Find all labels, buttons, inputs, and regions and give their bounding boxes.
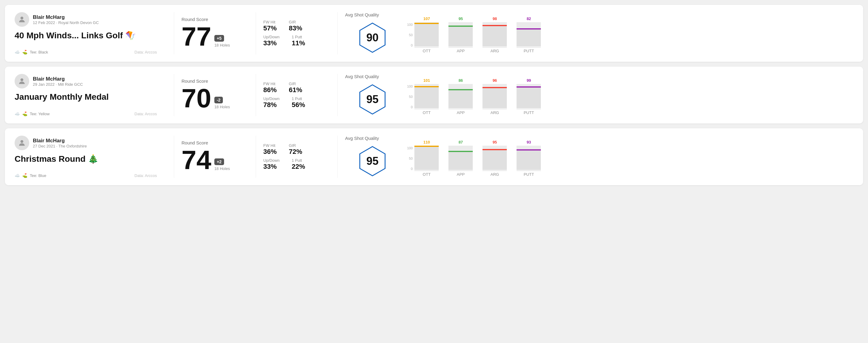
bar-fill-ott (414, 146, 439, 170)
axis-line (517, 47, 541, 48)
bar-line-putt (517, 28, 541, 30)
stat-updown-1: Up/Down 78% (263, 96, 279, 109)
stat-oneputt-2: 1 Putt 22% (291, 158, 305, 170)
weather-icon-1: ☁️ (14, 111, 20, 116)
score-badge-0: +5 (214, 35, 224, 42)
stat-fw-hit-label-1: FW Hit (263, 82, 277, 86)
axis-line (517, 109, 541, 109)
bar-label-putt: PUTT (524, 111, 534, 115)
score-badge-1: -2 (214, 97, 223, 103)
stat-fw-hit-label-0: FW Hit (263, 20, 277, 24)
y-label-50: 50 (409, 33, 412, 37)
score-number-2: 74 (182, 147, 211, 173)
bar-track-app (448, 22, 473, 46)
y-label-50: 50 (409, 157, 412, 160)
bar-fill-putt (517, 28, 541, 46)
bar-group-arg: 96 ARG (483, 78, 507, 115)
bar-track-arg (483, 146, 507, 170)
user-name-0: Blair McHarg (33, 14, 99, 20)
bar-label-putt: PUTT (524, 172, 534, 177)
round-title-1: January Monthly Medal (14, 92, 157, 102)
bar-fill-putt (517, 86, 541, 108)
stat-updown-label-1: Up/Down (263, 96, 279, 101)
left-section-1: Blair McHarg 29 Jan 2022 · Mill Ride GCC… (14, 74, 166, 116)
user-meta-0: 12 Feb 2022 · Royal North Devon GC (33, 20, 99, 25)
bar-line-ott (414, 86, 439, 87)
axis-line (414, 47, 439, 48)
axis-line (483, 47, 507, 48)
bar-value-putt: 93 (527, 140, 531, 145)
stats-row-bottom-2: Up/Down 33% 1 Putt 22% (263, 158, 330, 170)
score-section-2: Round Score 74 +2 18 Holes (182, 136, 248, 178)
bar-fill-app (448, 26, 473, 46)
bar-track-arg (483, 84, 507, 108)
bar-value-putt: 82 (527, 17, 531, 21)
bar-track-putt (517, 146, 541, 170)
bar-track-ott (414, 84, 439, 108)
axis-line (448, 170, 473, 171)
y-label-50: 50 (409, 95, 412, 98)
stat-fw-hit-value-1: 86% (263, 86, 277, 94)
bottom-row-1: ☁️ ⛳ Tee: Yellow Data: Arccos (14, 111, 157, 116)
chart-section-1: 100 50 0 101 OTT 86 (400, 74, 854, 116)
quality-section-2: Avg Shot Quality 95 (345, 136, 400, 178)
bar-line-ott (414, 23, 439, 24)
score-badge-area-0: +5 18 Holes (214, 35, 230, 50)
round-card-1: Blair McHarg 29 Jan 2022 · Mill Ride GCC… (5, 67, 863, 123)
bar-line-putt (517, 86, 541, 88)
bar-fill-app (448, 151, 473, 170)
user-meta-1: 29 Jan 2022 · Mill Ride GCC (33, 82, 83, 87)
quality-label-0: Avg Shot Quality (345, 12, 379, 17)
bar-value-app: 87 (459, 140, 463, 145)
tee-label-1: Tee: Yellow (30, 112, 50, 116)
stat-updown-label-2: Up/Down (263, 158, 279, 163)
bar-group-app: 95 APP (448, 17, 473, 53)
axis-line (483, 109, 507, 109)
bar-fill-ott (414, 86, 439, 108)
tee-icon-0: ⛳ (22, 50, 27, 55)
weather-icon-0: ☁️ (14, 50, 20, 55)
score-section-0: Round Score 77 +5 18 Holes (182, 12, 248, 55)
round-title-2: Christmas Round 🎄 (14, 154, 157, 164)
avatar-icon-0 (18, 15, 26, 24)
stat-gir-1: GIR 61% (289, 82, 302, 94)
bar-value-ott: 110 (424, 140, 430, 145)
user-meta-2: 27 Dec 2021 · The Oxfordshire (33, 144, 87, 148)
bar-group-putt: 82 PUTT (517, 17, 541, 53)
bar-label-arg: ARG (490, 49, 499, 53)
stat-gir-label-0: GIR (289, 20, 302, 24)
bar-group-putt: 99 PUTT (517, 78, 541, 115)
stat-gir-label-1: GIR (289, 82, 302, 86)
stat-oneputt-value-2: 22% (291, 163, 305, 170)
bar-track-ott (414, 22, 439, 46)
user-info-1: Blair McHarg 29 Jan 2022 · Mill Ride GCC (33, 76, 83, 87)
stat-fw-hit-label-2: FW Hit (263, 143, 277, 148)
bar-label-ott: OTT (423, 49, 431, 53)
tee-icon-1: ⛳ (22, 111, 27, 116)
bar-label-app: APP (457, 49, 465, 53)
score-holes-0: 18 Holes (214, 43, 230, 48)
data-source-2: Data: Arccos (134, 173, 157, 178)
stat-oneputt-1: 1 Putt 56% (291, 96, 305, 109)
y-label-0: 0 (411, 105, 412, 109)
y-label-100: 100 (407, 23, 412, 27)
round-card-0: Blair McHarg 12 Feb 2022 · Royal North D… (5, 5, 863, 62)
stat-oneputt-label-1: 1 Putt (291, 96, 305, 101)
user-name-2: Blair McHarg (33, 138, 87, 144)
stat-fw-hit-2: FW Hit 36% (263, 143, 277, 156)
stat-gir-value-0: 83% (289, 24, 302, 32)
bar-label-arg: ARG (490, 172, 499, 177)
stat-oneputt-label-0: 1 Putt (291, 35, 305, 39)
axis-line (517, 170, 541, 171)
divider-score-2 (256, 136, 256, 178)
score-main-2: 74 +2 18 Holes (182, 147, 248, 173)
stat-updown-2: Up/Down 33% (263, 158, 279, 170)
stats-row-top-1: FW Hit 86% GIR 61% (263, 82, 330, 94)
bar-line-app (448, 26, 473, 27)
tee-label-2: Tee: Blue (30, 173, 46, 178)
stats-section-2: FW Hit 36% GIR 72% Up/Down 33% 1 Putt 22… (263, 136, 330, 178)
score-section-1: Round Score 70 -2 18 Holes (182, 74, 248, 116)
bar-group-ott: 101 OTT (414, 78, 439, 115)
bar-track-arg (483, 22, 507, 46)
stat-updown-value-2: 33% (263, 163, 279, 170)
